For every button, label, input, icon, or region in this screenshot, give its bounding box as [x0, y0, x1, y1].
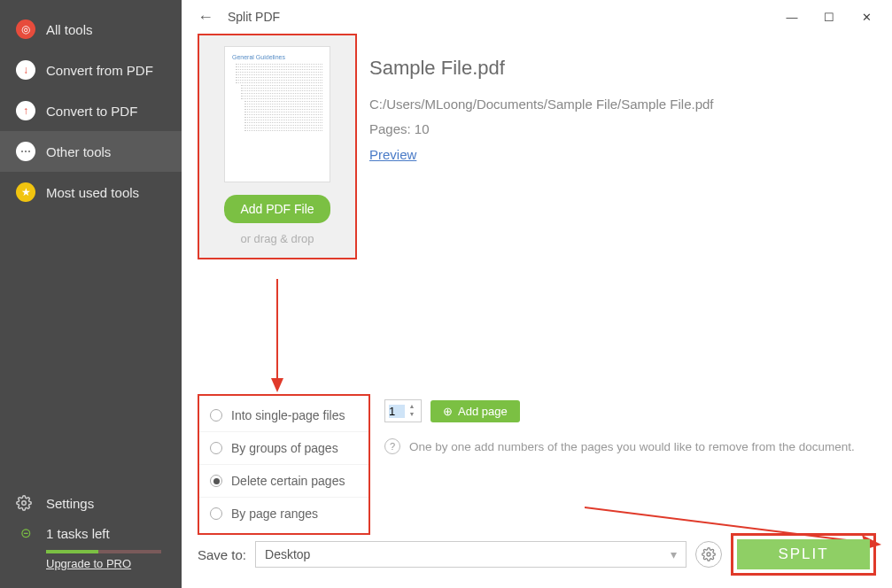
split-mode-list: Into single-page files By groups of page… [198, 394, 370, 535]
page-input-row: ▲ ▼ ⊕ Add page [384, 399, 876, 422]
plus-circle-icon: ⊕ [443, 405, 453, 418]
save-settings-button[interactable] [695, 541, 722, 568]
hint-row: ? One by one add numbers of the pages yo… [384, 438, 876, 454]
upgrade-link[interactable]: Upgrade to PRO [46, 557, 166, 570]
sidebar-item-convert-from-pdf[interactable]: ↓ Convert from PDF [0, 50, 182, 90]
sidebar-item-most-used-tools[interactable]: ★ Most used tools [0, 172, 182, 213]
question-icon: ? [384, 438, 400, 454]
minimize-button[interactable]: — [773, 4, 811, 29]
key-icon: ⊝ [16, 525, 35, 541]
annotation-arrow-down [268, 279, 286, 394]
file-info: Sample File.pdf C:/Users/MLoong/Document… [369, 34, 714, 259]
sidebar-item-label: Convert from PDF [46, 63, 153, 78]
tasks-label: 1 tasks left [46, 526, 110, 541]
main-panel: ← Split PDF — ☐ ✕ General Guidelines [182, 0, 892, 588]
settings-link[interactable]: Settings [16, 488, 166, 518]
add-page-button[interactable]: ⊕ Add page [430, 400, 520, 422]
radio-icon [210, 442, 222, 454]
option-groups[interactable]: By groups of pages [199, 432, 368, 465]
option-label: Into single-page files [231, 408, 345, 422]
dots-icon: ⋯ [16, 142, 35, 161]
add-page-label: Add page [458, 405, 508, 418]
file-name: Sample File.pdf [369, 50, 714, 87]
window-controls: — ☐ ✕ [773, 4, 885, 29]
thumbnail-column: General Guidelines Add PDF File or drag … [198, 34, 357, 259]
svg-point-0 [22, 501, 27, 506]
sidebar-item-label: Convert to PDF [46, 104, 137, 119]
hint-text: One by one add numbers of the pages you … [409, 440, 855, 453]
preview-link[interactable]: Preview [369, 143, 714, 168]
settings-label: Settings [46, 496, 94, 511]
option-label: By groups of pages [231, 441, 338, 455]
sidebar-item-label: All tools [46, 22, 93, 37]
chevron-down-icon: ▾ [671, 547, 677, 561]
options-panel: Into single-page files By groups of page… [182, 394, 892, 535]
drag-drop-label: or drag & drop [240, 232, 314, 245]
svg-marker-2 [271, 378, 283, 392]
stepper-up-icon[interactable]: ▲ [407, 403, 417, 411]
content-area: General Guidelines Add PDF File or drag … [182, 34, 892, 259]
stepper-down-icon[interactable]: ▼ [407, 411, 417, 419]
save-to-label: Save to: [198, 547, 246, 562]
gear-icon [16, 495, 35, 511]
sidebar-item-all-tools[interactable]: ◎ All tools [0, 9, 182, 50]
page-number-input[interactable] [389, 405, 405, 418]
radio-icon [210, 507, 222, 520]
option-delete-pages[interactable]: Delete certain pages [199, 465, 368, 498]
gear-icon [702, 547, 716, 561]
sidebar-item-other-tools[interactable]: ⋯ Other tools [0, 131, 182, 172]
option-label: By page ranges [231, 507, 318, 521]
thumb-title: General Guidelines [232, 54, 322, 61]
sidebar-nav: ◎ All tools ↓ Convert from PDF ↑ Convert… [0, 0, 182, 476]
file-pages: Pages: 10 [369, 117, 714, 143]
sidebar-item-convert-to-pdf[interactable]: ↑ Convert to PDF [0, 90, 182, 131]
option-label: Delete certain pages [231, 474, 345, 488]
save-location-select[interactable]: Desktop ▾ [255, 541, 686, 568]
split-button-highlight: SPLIT [731, 533, 876, 576]
svg-point-5 [707, 553, 710, 556]
file-block: General Guidelines Add PDF File or drag … [198, 34, 876, 259]
bottom-bar: Save to: Desktop ▾ SPLIT [182, 523, 892, 588]
arrow-up-icon: ↑ [16, 101, 35, 120]
pdf-thumbnail[interactable]: General Guidelines [224, 46, 330, 182]
add-pdf-button[interactable]: Add PDF File [224, 195, 330, 223]
page-number-stepper[interactable]: ▲ ▼ [384, 399, 422, 422]
star-icon: ★ [16, 182, 35, 202]
options-detail: ▲ ▼ ⊕ Add page ? One by one add numbers … [384, 394, 876, 535]
back-button[interactable]: ← [189, 4, 222, 30]
arrow-down-icon: ↓ [16, 60, 35, 80]
tasks-progress [46, 550, 161, 553]
close-button[interactable]: ✕ [848, 4, 885, 29]
maximize-button[interactable]: ☐ [811, 4, 848, 29]
radio-icon [210, 409, 222, 422]
sidebar: ◎ All tools ↓ Convert from PDF ↑ Convert… [0, 0, 182, 588]
tasks-left[interactable]: ⊝ 1 tasks left [16, 518, 166, 548]
window-title: Split PDF [228, 10, 280, 24]
save-location-value: Desktop [265, 547, 310, 561]
target-icon: ◎ [16, 19, 35, 39]
titlebar: ← Split PDF — ☐ ✕ [182, 0, 892, 34]
split-button[interactable]: SPLIT [737, 539, 870, 569]
option-single-page[interactable]: Into single-page files [199, 399, 368, 432]
sidebar-item-label: Most used tools [46, 185, 139, 200]
file-path: C:/Users/MLoong/Documents/Sample File/Sa… [369, 92, 714, 118]
sidebar-item-label: Other tools [46, 144, 111, 159]
sidebar-footer: Settings ⊝ 1 tasks left Upgrade to PRO [0, 476, 182, 588]
radio-icon [210, 475, 222, 487]
